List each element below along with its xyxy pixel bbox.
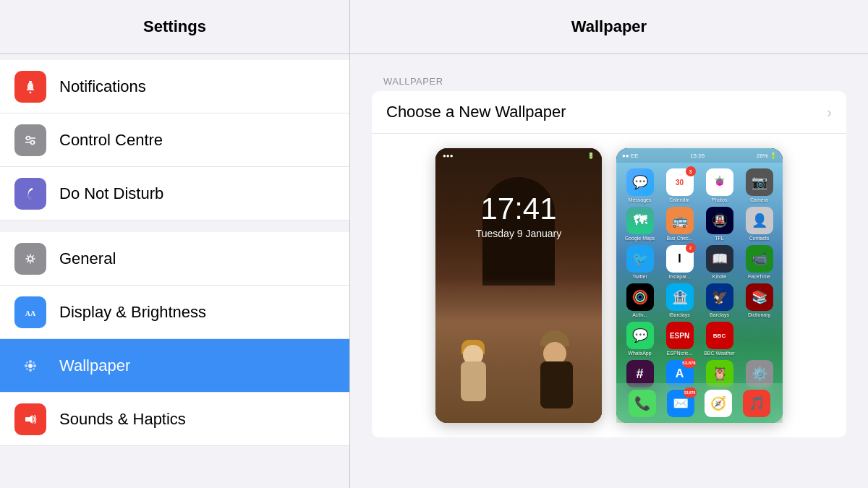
moon-icon: [14, 178, 46, 210]
app-tfl[interactable]: 🚇 TFL: [702, 207, 737, 241]
lockscreen-preview[interactable]: ●●● 🔋 17:41 Tuesday 9 January: [435, 148, 602, 423]
right-panel: WALLPAPER Choose a New Wallpaper › ●●● 🔋: [350, 54, 868, 488]
notifications-label: Notifications: [59, 77, 146, 96]
chevron-right-icon: ›: [827, 104, 832, 121]
wallpaper-title: Wallpaper: [571, 17, 647, 36]
svg-rect-11: [23, 252, 38, 266]
sidebar-item-sounds[interactable]: Sounds & Haptics: [0, 393, 349, 446]
barclays2-label: Barclays: [710, 312, 729, 317]
svg-point-21: [26, 361, 28, 364]
appstore-badge: 53,876: [683, 358, 696, 368]
app-dictionary[interactable]: 📚 Dictionary: [741, 283, 777, 317]
sidebar-item-control-centre[interactable]: Control Centre: [0, 114, 349, 167]
svg-point-23: [26, 368, 28, 370]
home-signal: ●● EE: [622, 153, 639, 159]
calendar-label: Calendar: [669, 197, 689, 202]
app-photos[interactable]: Photos: [702, 168, 737, 202]
mail-badge: 53,876: [684, 388, 697, 398]
app-facetime[interactable]: 📹 FaceTime: [741, 245, 777, 279]
svg-point-22: [33, 361, 35, 364]
dock-music[interactable]: 🎵: [743, 390, 770, 417]
messages-label: Messages: [629, 197, 652, 202]
app-espn[interactable]: ESPN ESPNcric...: [662, 322, 697, 356]
bus-label: Bus Chec...: [666, 236, 692, 241]
app-camera[interactable]: 📷 Camera: [741, 168, 777, 202]
whatsapp-icon: 💬: [626, 322, 654, 349]
app-bus[interactable]: 🚌 Bus Chec...: [662, 207, 697, 241]
sidebar-item-display[interactable]: AA Display & Brightness: [0, 286, 349, 339]
app-whatsapp[interactable]: 💬 WhatsApp: [622, 322, 658, 356]
tfl-label: TFL: [715, 236, 723, 241]
homescreen-preview[interactable]: ●● EE 15:26 28% 🔋 💬 Messages: [616, 148, 783, 423]
lockscreen-status-bar: ●●● 🔋: [435, 153, 602, 159]
app-kindle[interactable]: 📖 Kindle: [702, 245, 737, 279]
choose-new-wallpaper-row[interactable]: Choose a New Wallpaper ›: [372, 91, 846, 134]
twitter-icon: 🐦: [626, 245, 654, 273]
svg-rect-26: [25, 417, 29, 421]
svg-point-18: [29, 369, 32, 372]
barclays-icon: 🏦: [666, 283, 694, 311]
dock-safari-icon: 🧭: [705, 390, 732, 417]
svg-point-19: [25, 364, 27, 367]
barclays-label: iBarclays: [669, 312, 689, 317]
empty-icon: [746, 322, 773, 349]
svg-point-20: [33, 364, 36, 367]
sidebar: Notifications Control Centre: [0, 54, 350, 488]
svg-point-1: [30, 91, 32, 93]
photos-label: Photos: [712, 197, 728, 202]
svg-point-24: [33, 368, 35, 370]
child1-body: [461, 361, 486, 401]
sidebar-item-wallpaper[interactable]: Wallpaper: [0, 339, 349, 393]
lockscreen-background: ●●● 🔋 17:41 Tuesday 9 January: [435, 148, 602, 423]
barclays2-icon: 🦅: [706, 283, 733, 311]
sidebar-item-general[interactable]: General: [0, 232, 349, 286]
activity-label: Activ...: [632, 312, 647, 317]
app-barclays[interactable]: 🏦 iBarclays: [662, 283, 697, 317]
speaker-icon: [14, 403, 46, 435]
general-label: General: [59, 249, 116, 268]
wallpaper-label: Wallpaper: [59, 356, 130, 375]
espn-icon: ESPN: [666, 322, 694, 349]
dock-phone-icon: 📞: [629, 390, 656, 417]
dock-mail[interactable]: ✉️ 53,876: [667, 390, 694, 417]
app-activity[interactable]: Activ...: [622, 283, 658, 317]
camera-icon: 📷: [746, 168, 773, 196]
activity-icon: [626, 283, 654, 311]
control-centre-label: Control Centre: [59, 131, 163, 150]
facetime-label: FaceTime: [748, 274, 770, 279]
sounds-label: Sounds & Haptics: [59, 410, 186, 429]
app-instapaper[interactable]: I 2 Instapar...: [662, 245, 697, 279]
svg-point-17: [29, 360, 32, 363]
camera-label: Camera: [750, 197, 768, 202]
bus-icon: 🚌: [666, 207, 694, 234]
battery-icon: 🔋: [587, 153, 595, 159]
settings-title: Settings: [143, 17, 206, 36]
dock-safari[interactable]: 🧭: [705, 390, 732, 417]
svg-point-29: [636, 293, 644, 301]
app-barclays2[interactable]: 🦅 Barclays: [702, 283, 737, 317]
dock-mail-icon: ✉️ 53,876: [667, 390, 694, 417]
app-calendar[interactable]: 30 3 Calendar: [662, 168, 697, 202]
messages-icon: 💬: [626, 168, 654, 196]
twitter-label: Twitter: [632, 274, 647, 279]
bbc-icon: BBC: [706, 322, 733, 349]
header: Settings Wallpaper: [0, 0, 868, 54]
app-twitter[interactable]: 🐦 Twitter: [622, 245, 658, 279]
maps-icon: 🗺: [626, 207, 654, 234]
homescreen-background: ●● EE 15:26 28% 🔋 💬 Messages: [616, 148, 783, 423]
child2: [537, 322, 584, 408]
whatsapp-label: WhatsApp: [628, 351, 651, 356]
instapaper-icon: I 2: [666, 245, 694, 273]
child2-body: [540, 361, 573, 408]
display-label: Display & Brightness: [59, 303, 206, 322]
app-messages[interactable]: 💬 Messages: [622, 168, 658, 202]
display-icon: AA: [14, 296, 46, 328]
app-maps[interactable]: 🗺 Google Maps: [622, 207, 658, 241]
header-right: Wallpaper: [350, 0, 868, 53]
app-bbc[interactable]: BBC BBC Weather: [702, 322, 737, 356]
dock-phone[interactable]: 📞: [629, 390, 656, 417]
app-contacts[interactable]: 👤 Contacts: [741, 207, 777, 241]
sidebar-item-do-not-disturb[interactable]: Do Not Disturb: [0, 167, 349, 221]
wallpaper-previews: ●●● 🔋 17:41 Tuesday 9 January: [372, 134, 846, 437]
sidebar-item-notifications[interactable]: Notifications: [0, 60, 349, 114]
